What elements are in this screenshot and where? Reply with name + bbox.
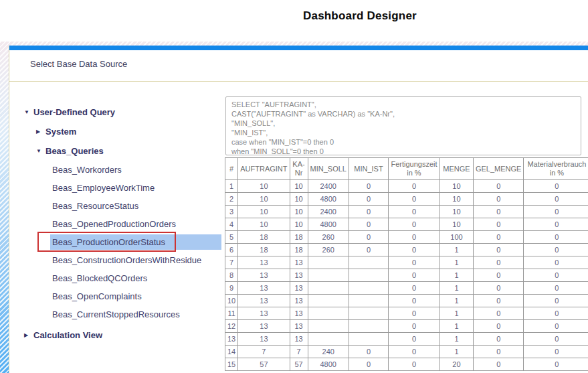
tree-item-beas-employeeworktime[interactable]: Beas_EmployeeWorkTime (24, 179, 225, 197)
table-row[interactable]: 518182600010000 (225, 231, 588, 244)
table-cell: 5 (225, 231, 238, 244)
table-row[interactable]: 1313130100 (225, 333, 588, 346)
table-row[interactable]: 310102400001000 (225, 206, 588, 218)
table-cell: 10 (238, 193, 290, 206)
column-header[interactable]: GEL_MENGE (473, 158, 523, 180)
table-cell: 13 (238, 307, 290, 320)
table-row[interactable]: 913130100 (225, 282, 588, 295)
table-cell: 7 (238, 346, 290, 358)
results-table: #AUFTRAGINTKA- NrMIN_SOLLMIN_ISTFertigun… (225, 157, 588, 371)
table-row[interactable]: 110102400001000 (225, 180, 588, 193)
table-row[interactable]: 147724000100 (225, 346, 588, 358)
panel-accent-bar (9, 46, 588, 50)
table-cell: 15 (225, 358, 238, 371)
table-cell: 10 (439, 206, 473, 218)
column-header[interactable]: KA- Nr (290, 158, 308, 180)
table-cell: 57 (238, 358, 290, 371)
table-cell: 0 (524, 180, 588, 193)
table-cell: 4800 (308, 358, 349, 371)
column-header[interactable]: # (225, 158, 238, 180)
table-cell: 0 (388, 282, 439, 295)
table-cell (349, 282, 388, 295)
column-header[interactable]: Fertigungszeit in % (388, 158, 439, 180)
table-cell: 1 (439, 307, 473, 320)
table-cell (308, 307, 349, 320)
table-cell: 0 (473, 206, 523, 218)
table-cell: 0 (349, 218, 388, 231)
table-cell: 13 (290, 333, 308, 346)
table-cell: 13 (290, 256, 308, 269)
table-cell: 10 (238, 206, 290, 218)
table-cell: 7 (225, 256, 238, 269)
table-row[interactable]: 6181826000100 (225, 244, 588, 256)
column-header[interactable]: MIN_IST (349, 158, 388, 180)
table-cell: 1 (439, 320, 473, 333)
table-cell: 0 (524, 206, 588, 218)
triangle-right-icon[interactable] (24, 332, 33, 338)
tree-item-system[interactable]: System (24, 122, 225, 141)
table-cell: 10 (290, 193, 308, 206)
column-header[interactable]: MENGE (439, 158, 473, 180)
table-cell: 13 (238, 333, 290, 346)
column-header[interactable]: Materialverbrauch in % (524, 158, 588, 180)
panel-heading: Select Base Data Source (30, 59, 127, 69)
table-row[interactable]: 410104800001000 (225, 218, 588, 231)
tree-item-beas-resourcestatus[interactable]: Beas_ResourceStatus (24, 197, 225, 215)
table-cell: 0 (524, 244, 588, 256)
table-cell: 10 (238, 180, 290, 193)
table-cell: 0 (388, 358, 439, 371)
table-cell: 13 (290, 282, 308, 295)
table-cell: 4 (225, 218, 238, 231)
sql-query-text[interactable]: SELECT "AUFTRAGINT", CAST("AUFTRAGINT" a… (225, 96, 581, 155)
tree-item-beas-workorders[interactable]: Beas_Workorders (24, 161, 225, 179)
table-row[interactable]: 1213130100 (225, 320, 588, 333)
table-cell: 0 (473, 193, 523, 206)
table-cell: 10 (439, 218, 473, 231)
triangle-down-icon[interactable] (24, 109, 33, 115)
table-cell (308, 282, 349, 295)
table-cell: 1 (439, 244, 473, 256)
table-cell: 0 (349, 346, 388, 358)
table-row[interactable]: 713130100 (225, 256, 588, 269)
table-cell: 1 (225, 180, 238, 193)
triangle-right-icon[interactable] (36, 129, 45, 135)
table-row[interactable]: 813130100 (225, 269, 588, 282)
table-row[interactable]: 1013130100 (225, 295, 588, 307)
column-header[interactable]: MIN_SOLL (308, 158, 349, 180)
column-header[interactable]: AUFTRAGINT (238, 158, 290, 180)
dashboard-designer-window: Dashboard Designer Select Base Data Sour… (0, 0, 588, 373)
table-cell: 1 (439, 282, 473, 295)
tree-item-beas-currentstoppedresources[interactable]: Beas_CurrentStoppedResources (24, 305, 225, 323)
table-row[interactable]: 1557574800002000 (225, 358, 588, 371)
tree-item-calculation-view[interactable]: Calculation View (24, 325, 225, 345)
table-cell: 10 (290, 206, 308, 218)
table-cell: 8 (225, 269, 238, 282)
table-cell (308, 333, 349, 346)
results-table-head-row: #AUFTRAGINTKA- NrMIN_SOLLMIN_ISTFertigun… (225, 158, 588, 180)
triangle-down-icon[interactable] (36, 148, 45, 154)
table-cell: 0 (473, 180, 523, 193)
table-cell: 100 (439, 231, 473, 244)
table-row[interactable]: 210104800001000 (225, 193, 588, 206)
tree-item-beas-constructionorderswithresidue[interactable]: Beas_ConstructionOrdersWithResidue (24, 251, 225, 269)
table-cell: 0 (473, 295, 523, 307)
table-cell: 10 (238, 218, 290, 231)
table-cell: 10 (290, 180, 308, 193)
table-cell (349, 320, 388, 333)
tree-item-beas-blockedqcorders[interactable]: Beas_BlockedQCOrders (24, 269, 225, 287)
table-cell: 0 (524, 193, 588, 206)
table-cell: 0 (473, 307, 523, 320)
table-row[interactable]: 1113130100 (225, 307, 588, 320)
table-cell: 0 (349, 231, 388, 244)
table-cell: 10 (439, 193, 473, 206)
tree-item-beas-productionorderstatus[interactable]: Beas_ProductionOrderStatus (24, 233, 225, 251)
tree-item-beas-opencomplaints[interactable]: Beas_OpenComplaints (24, 287, 225, 305)
table-cell: 0 (524, 307, 588, 320)
table-cell: 0 (388, 180, 439, 193)
table-cell: 0 (388, 218, 439, 231)
table-cell: 0 (473, 346, 523, 358)
tree-item-user-defined-query[interactable]: User-Defined Query (24, 102, 225, 122)
table-cell: 18 (238, 244, 290, 256)
tree-item-beas-queries[interactable]: Beas_Queries (24, 141, 225, 161)
tree-item-beas-openedproductionorders[interactable]: Beas_OpenedProductionOrders (24, 215, 225, 233)
